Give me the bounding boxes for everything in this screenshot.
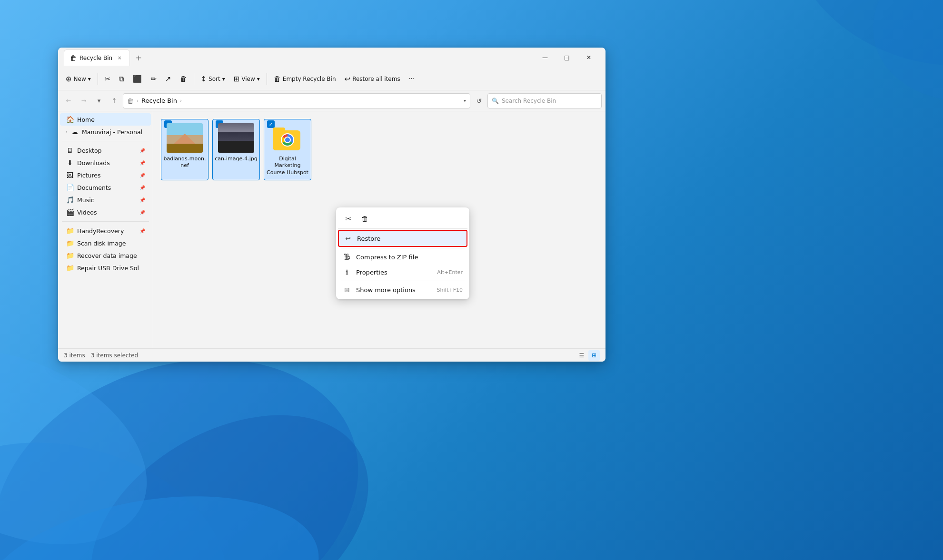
view-label: View [241,76,255,82]
sidebar-item-music[interactable]: 🎵 Music 📌 [60,194,151,206]
new-button[interactable]: ⊕ New ▾ [62,72,95,86]
sidebar-item-handy[interactable]: 📁 HandyRecovery 📌 [60,225,151,237]
new-tab-button[interactable]: + [132,51,145,64]
file-thumbnail-canimage [218,123,254,153]
recover-label: Recover data image [77,252,145,259]
sidebar-item-cloud[interactable]: › ☁ Manuviraj - Personal [60,126,151,138]
folder-thumbnail [273,126,302,150]
ctx-zip-label: Compress to ZIP file [356,254,463,261]
sort-button[interactable]: ↕ Sort ▾ [197,72,229,86]
minimize-button[interactable]: — [534,50,556,65]
list-view-button[interactable]: ☰ [576,350,587,361]
ctx-cut-button[interactable]: ✂ [341,211,356,226]
file-thumbnail-hubspot [269,123,306,153]
ctx-more-options-item[interactable]: ⊞ Show more options Shift+F10 [338,282,467,297]
address-arrow-2: › [180,98,182,103]
empty-bin-label: Empty Recycle Bin [283,76,336,82]
maximize-button[interactable]: □ [556,50,578,65]
sort-arrow-icon: ▾ [222,76,225,82]
downloads-icon: ⬇ [66,159,74,167]
ctx-properties-item[interactable]: ℹ Properties Alt+Enter [338,265,467,280]
ctx-zip-item[interactable]: 🗜 Compress to ZIP file [338,249,467,265]
tab-recycle-icon: 🗑 [70,54,77,62]
restore-all-button[interactable]: ↩ Restore all items [341,72,404,86]
share-button[interactable]: ↗ [161,72,175,86]
share-icon: ↗ [165,75,171,83]
window-controls: — □ ✕ [534,50,600,65]
sidebar-item-desktop[interactable]: 🖥 Desktop 📌 [60,144,151,157]
recent-button[interactable]: ▾ [92,94,106,108]
sidebar-item-videos[interactable]: 🎬 Videos 📌 [60,206,151,218]
close-button[interactable]: ✕ [578,50,600,65]
toolbar-separator-2 [194,73,194,85]
music-label: Music [77,196,137,204]
sidebar-item-scandisk[interactable]: 📁 Scan disk image [60,237,151,249]
pictures-pin-icon: 📌 [139,173,145,178]
file-item-hubspot[interactable]: ✓ Digital MarketingCourse Hubspot [264,119,311,180]
view-button[interactable]: ⊞ View ▾ [230,72,264,86]
cut-button[interactable]: ✂ [101,72,115,86]
content-area: 🏠 Home › ☁ Manuviraj - Personal 🖥 Deskto… [58,111,606,348]
refresh-button[interactable]: ↺ [472,94,486,108]
new-label: New [74,76,86,82]
status-view-controls: ☰ ⊞ [576,350,600,361]
ctx-separator-2 [341,281,465,281]
sidebar-item-recover[interactable]: 📁 Recover data image [60,249,151,262]
rename-button[interactable]: ✏ [147,72,160,86]
tab-close-button[interactable]: × [115,54,124,62]
view-arrow-icon: ▾ [257,76,260,82]
toolbar-separator-1 [98,73,98,85]
sidebar-item-downloads[interactable]: ⬇ Downloads 📌 [60,157,151,169]
file-name-hubspot: Digital MarketingCourse Hubspot [266,156,309,176]
sidebar-divider-2 [62,221,149,222]
empty-bin-icon: 🗑 [274,75,281,83]
ctx-props-label: Properties [356,269,432,276]
file-item-badlands[interactable]: ✓ badlands-moon.nef [161,119,208,180]
tab-recycle-bin[interactable]: 🗑 Recycle Bin × [64,49,130,66]
videos-icon: 🎬 [66,208,74,216]
more-label: ··· [409,76,414,82]
files-area: ✓ badlands-moon.nef ✓ can-image-4.jpg [153,111,606,348]
music-icon: 🎵 [66,196,74,204]
file-item-canimage[interactable]: ✓ can-image-4.jpg [212,119,260,180]
recover-icon: 📁 [66,252,74,259]
sidebar-item-home[interactable]: 🏠 Home [60,113,151,126]
videos-label: Videos [77,209,137,216]
ctx-more-shortcut: Shift+F10 [437,287,463,293]
sort-icon: ↕ [201,75,207,83]
copy-icon: ⧉ [119,75,124,83]
back-button[interactable]: ← [62,94,75,108]
scandisk-icon: 📁 [66,239,74,247]
paste-button[interactable]: ⬛ [129,72,146,86]
sidebar-item-pictures[interactable]: 🖼 Pictures 📌 [60,169,151,181]
address-dropdown-icon[interactable]: ▾ [464,98,466,103]
sidebar-item-documents[interactable]: 📄 Documents 📌 [60,181,151,194]
copy-button[interactable]: ⧉ [115,72,128,86]
grid-view-button[interactable]: ⊞ [588,350,600,361]
desktop-icon: 🖥 [66,147,74,154]
ctx-restore-icon: ↩ [344,235,352,242]
address-bar[interactable]: 🗑 › Recycle Bin › ▾ [123,93,470,108]
search-icon: 🔍 [492,98,499,104]
delete-toolbar-button[interactable]: 🗑 [176,72,191,86]
tab-area: 🗑 Recycle Bin × + [64,48,534,68]
documents-label: Documents [77,184,137,191]
music-pin-icon: 📌 [139,197,145,203]
sidebar-item-repair[interactable]: 📁 Repair USB Drive Sol [60,262,151,274]
restore-all-icon: ↩ [345,75,351,83]
desktop-pin-icon: 📌 [139,148,145,153]
forward-button[interactable]: → [77,94,90,108]
forward-icon: → [81,97,87,104]
empty-bin-button[interactable]: 🗑 Empty Recycle Bin [270,72,340,86]
ctx-restore-item[interactable]: ↩ Restore [338,230,467,247]
more-toolbar-button[interactable]: ··· [405,73,418,85]
city-thumbnail [218,123,254,153]
search-placeholder: Search Recycle Bin [502,98,556,104]
file-name-badlands: badlands-moon.nef [164,156,206,169]
ctx-delete-button[interactable]: 🗑 [357,211,372,226]
documents-icon: 📄 [66,184,74,191]
chrome-icon [281,133,294,147]
cut-icon: ✂ [105,75,111,83]
up-button[interactable]: ↑ [108,94,121,108]
search-box[interactable]: 🔍 Search Recycle Bin [487,93,602,108]
